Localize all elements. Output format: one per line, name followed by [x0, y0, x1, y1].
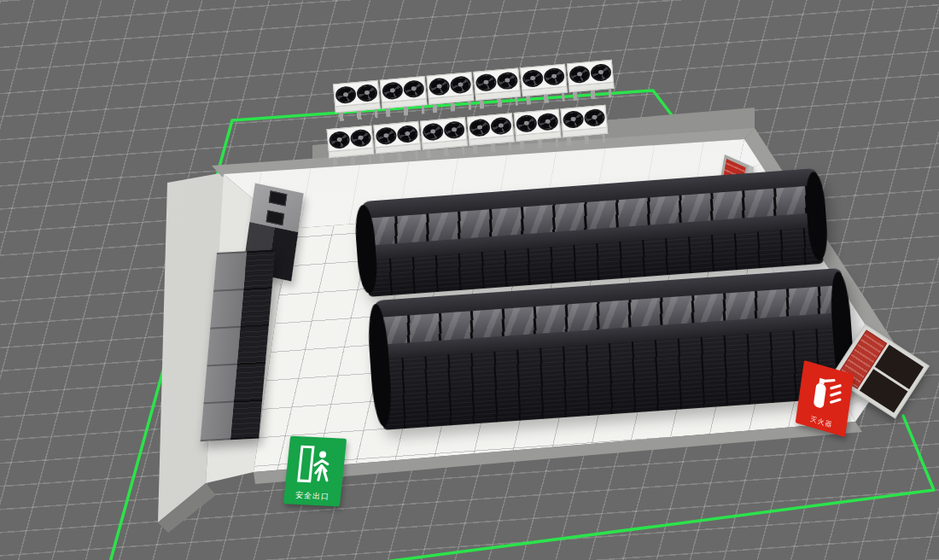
3d-machine-room-viewport[interactable]: 安全出口 灭火器 [0, 0, 939, 560]
condenser-unit[interactable] [420, 117, 469, 158]
fan-icon [497, 71, 519, 90]
condenser-unit[interactable] [327, 125, 376, 166]
fire-extinguisher-sign[interactable]: 灭火器 [796, 360, 854, 437]
fan-icon [329, 131, 351, 149]
fan-icon [397, 125, 419, 143]
vent-fan-icon [266, 210, 285, 225]
running-man-exit-icon [295, 436, 337, 492]
fan-icon [356, 84, 378, 102]
fan-icon [522, 69, 544, 88]
fan-icon [450, 75, 472, 94]
fan-icon [537, 112, 559, 131]
exit-sign-label: 安全出口 [295, 490, 330, 506]
condenser-unit[interactable] [380, 76, 429, 117]
fan-icon [584, 108, 606, 126]
fan-icon [475, 73, 497, 91]
fan-icon [563, 110, 585, 129]
condenser-unit[interactable] [333, 80, 382, 121]
fire-extinguisher-icon [806, 363, 846, 423]
fan-icon [490, 116, 512, 135]
condenser-unit[interactable] [560, 105, 609, 146]
fan-icon [444, 120, 466, 139]
condenser-unit[interactable] [473, 67, 522, 108]
fan-icon [350, 128, 372, 147]
condenser-unit[interactable] [467, 113, 516, 154]
vent-fan-icon [269, 190, 288, 206]
fan-icon [469, 118, 491, 137]
fan-icon [403, 79, 425, 98]
fan-icon [516, 114, 538, 132]
fan-icon [590, 63, 612, 82]
condenser-unit[interactable] [567, 60, 615, 101]
fan-icon [382, 81, 404, 100]
fan-icon [335, 85, 357, 104]
condenser-unit[interactable] [514, 108, 563, 149]
fan-icon [429, 77, 451, 96]
fan-icon [569, 65, 591, 84]
safety-exit-sign[interactable]: 安全出口 [283, 435, 347, 506]
condenser-unit[interactable] [427, 72, 475, 113]
fan-icon [422, 122, 444, 141]
condenser-unit[interactable] [520, 64, 569, 105]
fan-icon [544, 67, 566, 85]
condenser-unit[interactable] [373, 121, 422, 162]
fan-icon [375, 126, 397, 145]
